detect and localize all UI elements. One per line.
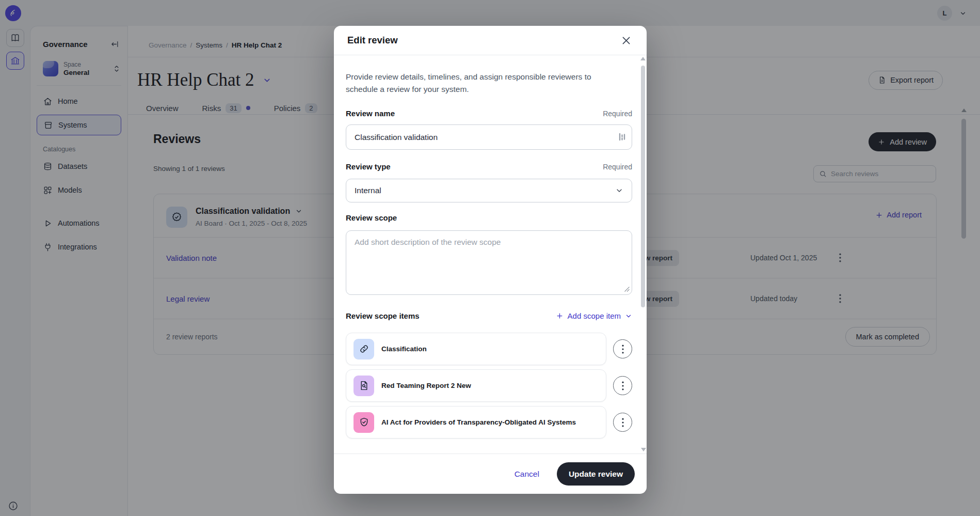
review-name-input[interactable]: [346, 124, 632, 150]
chevron-down-icon: [615, 186, 623, 195]
required-label: Required: [603, 110, 632, 118]
update-review-button[interactable]: Update review: [557, 462, 635, 486]
review-type-label: Review type: [346, 162, 391, 171]
close-icon: [621, 35, 632, 46]
app-window: L Governance: [0, 0, 980, 516]
modal-title: Edit review: [347, 35, 398, 46]
chevron-down-icon: [625, 312, 632, 320]
review-name-label: Review name: [346, 109, 395, 118]
modal-scrollbar[interactable]: [640, 57, 646, 451]
scope-item-ai-act[interactable]: AI Act for Providers of Transparency-Obl…: [346, 406, 606, 439]
plus-icon: [556, 312, 564, 320]
link-icon-tile: [354, 339, 374, 359]
review-scope-label: Review scope: [346, 213, 397, 222]
required-label: Required: [603, 163, 632, 171]
add-scope-item-button[interactable]: Add scope item: [556, 311, 632, 320]
link-icon: [359, 343, 369, 354]
scope-item-row: Red Teaming Report 2 New: [346, 369, 632, 402]
shield-check-icon: [359, 417, 369, 428]
scope-item-row: AI Act for Providers of Transparency-Obl…: [346, 406, 632, 439]
scope-items-label: Review scope items: [346, 311, 420, 320]
shield-check-icon-tile: [354, 412, 374, 433]
file-search-icon: [359, 380, 369, 391]
review-type-value: Internal: [355, 186, 381, 195]
review-type-select[interactable]: Internal: [346, 179, 632, 202]
scope-item-kebab-menu[interactable]: [613, 339, 632, 358]
file-search-icon-tile: [354, 376, 374, 396]
modal-scroll-up-arrow[interactable]: [640, 57, 646, 60]
scope-item-kebab-menu[interactable]: [613, 376, 632, 395]
review-scope-textarea[interactable]: [346, 230, 632, 295]
modal-body: Provide review details, timelines, and a…: [334, 55, 639, 453]
modal-scrollbar-thumb[interactable]: [641, 66, 645, 307]
cancel-button[interactable]: Cancel: [515, 470, 539, 479]
edit-review-modal: Edit review Provide review details, time…: [334, 26, 647, 494]
scope-item-classification[interactable]: Classification: [346, 333, 606, 365]
scope-item-row: Classification: [346, 333, 632, 365]
modal-scroll-down-arrow[interactable]: [641, 448, 646, 451]
scope-item-red-teaming[interactable]: Red Teaming Report 2 New: [346, 369, 606, 402]
scope-item-kebab-menu[interactable]: [613, 413, 632, 432]
modal-description: Provide review details, timelines, and a…: [346, 71, 606, 96]
close-modal-button[interactable]: [619, 33, 633, 48]
input-grammar-bars-icon: [618, 132, 625, 142]
